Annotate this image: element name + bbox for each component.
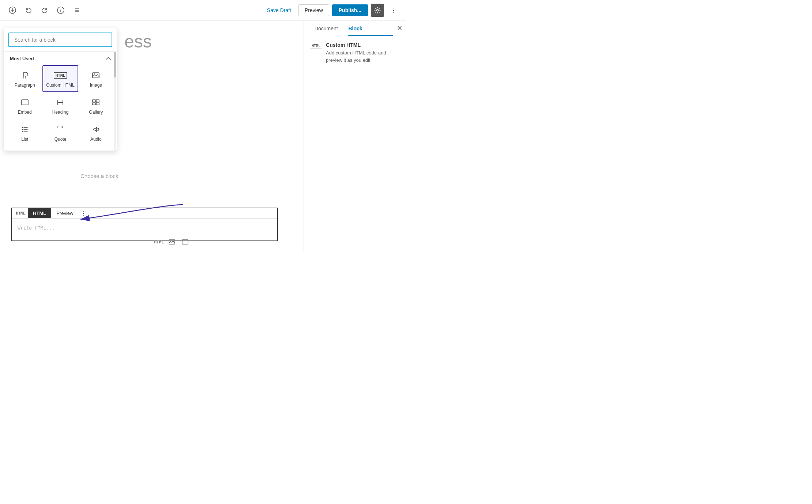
svg-text:": " xyxy=(57,125,60,133)
block-item-audio[interactable]: Audio xyxy=(78,119,114,146)
collapse-section-button[interactable] xyxy=(106,56,111,61)
block-item-label-heading: Heading xyxy=(52,110,69,115)
toolbar-right: Save Draft Preview Publish... ⋮ xyxy=(263,4,400,17)
sidebar-content: HTML Custom HTML Add custom HTML code an… xyxy=(304,36,406,77)
svg-point-24 xyxy=(22,129,23,130)
save-draft-button[interactable]: Save Draft xyxy=(263,5,296,15)
search-input[interactable] xyxy=(8,33,112,47)
bottom-image-icon[interactable] xyxy=(167,237,177,247)
bottom-fullscreen-icon[interactable] xyxy=(180,237,190,247)
bottom-html-label: HTML xyxy=(154,240,164,245)
publish-button[interactable]: Publish... xyxy=(332,4,368,16)
block-info: HTML Custom HTML Add custom HTML code an… xyxy=(310,42,400,64)
most-used-section-header: Most Used xyxy=(4,52,117,64)
block-item-custom-html[interactable]: HTML Custom HTML xyxy=(42,65,78,92)
sidebar-divider xyxy=(310,68,400,68)
list-view-button[interactable] xyxy=(70,4,83,17)
search-box xyxy=(4,28,117,52)
html-block-more-button[interactable]: ⋮ xyxy=(78,208,89,218)
sidebar-close-button[interactable]: ✕ xyxy=(393,22,406,35)
block-item-paragraph[interactable]: Paragraph xyxy=(7,65,42,92)
block-item-heading[interactable]: Heading xyxy=(42,92,78,119)
more-icon: ⋮ xyxy=(390,6,397,14)
svg-rect-14 xyxy=(22,100,28,105)
svg-rect-20 xyxy=(93,103,95,105)
tab-document[interactable]: Document xyxy=(304,20,349,36)
write-html-placeholder: Write HTML... xyxy=(18,225,55,231)
undo-button[interactable] xyxy=(22,4,35,17)
block-item-list[interactable]: List xyxy=(7,119,42,146)
paragraph-icon xyxy=(20,70,29,80)
block-details: Custom HTML Add custom HTML code and pre… xyxy=(326,42,400,64)
image-icon xyxy=(91,70,100,80)
block-item-gallery[interactable]: Gallery xyxy=(78,92,114,119)
block-item-label-quote: Quote xyxy=(54,137,67,142)
svg-rect-18 xyxy=(93,100,95,102)
html-tab-button[interactable]: HTML xyxy=(28,208,51,218)
svg-text:": " xyxy=(60,125,63,133)
svg-point-13 xyxy=(94,74,95,75)
block-item-quote[interactable]: " " Quote xyxy=(42,119,78,146)
html-editor-area[interactable]: Write HTML... xyxy=(12,219,277,240)
block-item-label-paragraph: Paragraph xyxy=(15,83,35,88)
svg-point-32 xyxy=(170,240,171,241)
scroll-track xyxy=(114,52,116,151)
editor-title: ess xyxy=(124,31,152,52)
more-options-button[interactable]: ⋮ xyxy=(387,4,400,17)
html-badge-icon: HTML xyxy=(54,72,67,79)
block-item-label-audio: Audio xyxy=(90,137,102,142)
block-name: Custom HTML xyxy=(326,42,400,48)
block-item-image[interactable]: Image xyxy=(78,65,114,92)
block-inserter-panel: Most Used xyxy=(4,28,117,151)
list-icon xyxy=(20,124,29,134)
heading-icon xyxy=(56,97,65,107)
audio-icon xyxy=(91,124,100,134)
tab-active-underline xyxy=(349,35,393,36)
block-item-label-embed: Embed xyxy=(18,110,32,115)
custom-html-icon: HTML xyxy=(54,70,67,80)
preview-button[interactable]: Preview xyxy=(298,4,329,16)
settings-button[interactable] xyxy=(371,4,384,17)
add-block-button[interactable] xyxy=(6,4,19,17)
info-button[interactable] xyxy=(54,4,67,17)
block-item-embed[interactable]: Embed xyxy=(7,92,42,119)
block-description: Add custom HTML code and preview it as y… xyxy=(326,49,400,64)
tab-block[interactable]: Block xyxy=(349,20,362,36)
quote-icon: " " xyxy=(56,124,65,134)
toolbar-left xyxy=(6,4,83,17)
preview-tab-button[interactable]: Preview xyxy=(51,208,78,218)
svg-point-9 xyxy=(377,9,379,11)
block-html-badge: HTML xyxy=(310,43,322,49)
html-block-toolbar: HTML HTML Preview ⋮ xyxy=(12,208,277,219)
embed-icon xyxy=(20,97,29,107)
main-toolbar: Save Draft Preview Publish... ⋮ xyxy=(0,0,406,20)
redo-button[interactable] xyxy=(38,4,51,17)
bottom-toolbar: HTML xyxy=(154,237,191,247)
svg-point-26 xyxy=(22,131,23,132)
editor-area: ess Most Used xyxy=(0,20,304,252)
html-label-small: HTML xyxy=(13,209,28,217)
svg-point-5 xyxy=(60,8,61,9)
blocks-grid: Paragraph HTML Custom HTML xyxy=(4,64,117,151)
sidebar-panel: Document Block ✕ HTML Custom HTML Add cu… xyxy=(304,20,406,252)
html-block: HTML HTML Preview ⋮ Write HTML... xyxy=(11,208,278,241)
sidebar-tabs: Document Block ✕ xyxy=(304,20,406,36)
block-item-label-custom-html: Custom HTML xyxy=(46,83,74,88)
main-layout: ess Most Used xyxy=(0,20,406,252)
block-item-label-gallery: Gallery xyxy=(89,110,103,115)
block-item-label-list: List xyxy=(21,137,28,142)
svg-rect-19 xyxy=(96,100,99,102)
close-icon: ✕ xyxy=(397,24,402,32)
choose-block-hint: Choose a block xyxy=(80,173,118,179)
svg-rect-21 xyxy=(96,103,99,105)
block-item-label-image: Image xyxy=(90,83,102,88)
section-title: Most Used xyxy=(10,56,34,61)
gallery-icon xyxy=(91,97,100,107)
svg-rect-33 xyxy=(182,240,188,244)
scroll-thumb xyxy=(114,52,116,77)
svg-point-22 xyxy=(22,127,23,128)
